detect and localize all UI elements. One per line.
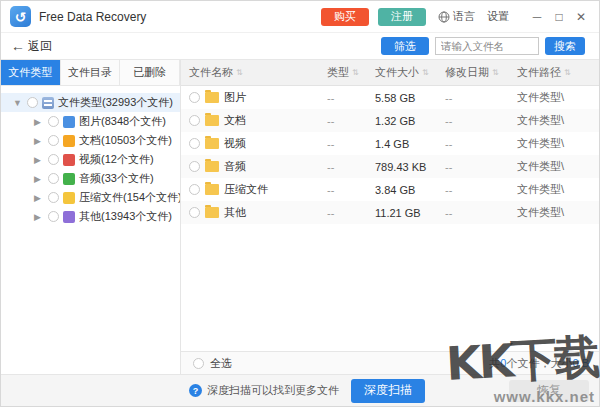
row-radio[interactable] bbox=[189, 207, 200, 218]
table-row[interactable]: 压缩文件 -- 3.84 GB -- 文件类型\ bbox=[181, 178, 599, 201]
tree-item-label: 其他(13943个文件) bbox=[79, 209, 172, 224]
image-type-icon bbox=[63, 116, 75, 128]
selection-status: 共0个文件，大小0 B bbox=[489, 356, 589, 371]
row-radio[interactable] bbox=[189, 92, 200, 103]
back-button[interactable]: ← 返回 bbox=[11, 38, 52, 55]
window-controls: ─ □ ✕ bbox=[523, 10, 589, 24]
archive-type-icon bbox=[63, 192, 75, 204]
caret-down-icon[interactable]: ▼ bbox=[13, 98, 23, 108]
tree-item-radio[interactable] bbox=[48, 154, 59, 165]
table-row[interactable]: 视频 -- 1.4 GB -- 文件类型\ bbox=[181, 132, 599, 155]
status-text: 共 bbox=[489, 357, 500, 369]
file-name: 音频 bbox=[224, 159, 246, 174]
caret-right-icon[interactable]: ▶ bbox=[34, 174, 44, 184]
caret-right-icon[interactable]: ▶ bbox=[34, 117, 44, 127]
file-type: -- bbox=[327, 138, 375, 150]
buy-button[interactable]: 购买 bbox=[321, 8, 369, 26]
file-name: 其他 bbox=[224, 205, 246, 220]
sort-icon[interactable]: ⇅ bbox=[236, 68, 243, 77]
tree-item-archives[interactable]: ▶ 压缩文件(154个文件) bbox=[1, 188, 180, 207]
file-size: 5.58 GB bbox=[375, 92, 445, 104]
tree-root-label: 文件类型(32993个文件) bbox=[58, 95, 173, 110]
table-row[interactable]: 文档 -- 1.32 GB -- 文件类型\ bbox=[181, 109, 599, 132]
audio-type-icon bbox=[63, 173, 75, 185]
column-header-date[interactable]: 修改日期 ⇅ bbox=[445, 65, 517, 80]
sidebar-tabs: 文件类型 文件目录 已删除 bbox=[1, 60, 180, 86]
tree-item-videos[interactable]: ▶ 视频(12个文件) bbox=[1, 150, 180, 169]
tree-item-radio[interactable] bbox=[48, 211, 59, 222]
tab-file-type[interactable]: 文件类型 bbox=[1, 60, 61, 85]
tree-item-radio[interactable] bbox=[48, 173, 59, 184]
search-button[interactable]: 搜索 bbox=[545, 37, 585, 55]
table-header: 文件名称 ⇅ 类型 ⇅ 文件大小 ⇅ 修改日期 ⇅ 文件路径 ⇅ bbox=[181, 60, 599, 86]
sort-icon[interactable]: ⇅ bbox=[422, 68, 429, 77]
file-date: -- bbox=[445, 207, 517, 219]
toolbar: ← 返回 筛选 搜索 bbox=[1, 33, 599, 60]
tree-item-label: 视频(12个文件) bbox=[79, 152, 154, 167]
column-header-size[interactable]: 文件大小 ⇅ bbox=[375, 65, 445, 80]
sort-icon[interactable]: ⇅ bbox=[492, 68, 499, 77]
deep-scan-hint: ? 深度扫描可以找到更多文件 bbox=[189, 383, 339, 398]
language-button[interactable]: 语言 bbox=[438, 9, 475, 24]
app-window: ↺ Free Data Recovery 购买 注册 语言 设置 ─ □ ✕ ←… bbox=[0, 0, 600, 407]
table-row[interactable]: 其他 -- 11.21 GB -- 文件类型\ bbox=[181, 201, 599, 224]
tree-root-file-types[interactable]: ▼ 文件类型(32993个文件) bbox=[1, 93, 180, 112]
close-icon[interactable]: ✕ bbox=[573, 10, 589, 24]
sort-icon[interactable]: ⇅ bbox=[352, 68, 359, 77]
column-header-path[interactable]: 文件路径 ⇅ bbox=[517, 65, 599, 80]
folder-icon bbox=[205, 92, 219, 103]
total-size: 0 B bbox=[572, 357, 589, 369]
file-type-tree: ▼ 文件类型(32993个文件) ▶ 图片(8348个文件) ▶ 文档(1050… bbox=[1, 86, 180, 226]
file-path: 文件类型\ bbox=[517, 113, 599, 128]
column-header-type[interactable]: 类型 ⇅ bbox=[327, 65, 375, 80]
maximize-icon[interactable]: □ bbox=[551, 10, 567, 24]
settings-label: 设置 bbox=[487, 9, 509, 24]
folder-icon bbox=[205, 184, 219, 195]
drive-icon bbox=[42, 97, 54, 109]
tab-file-directory[interactable]: 文件目录 bbox=[61, 60, 121, 85]
file-date: -- bbox=[445, 92, 517, 104]
sidebar: 文件类型 文件目录 已删除 ▼ 文件类型(32993个文件) ▶ 图片(8348… bbox=[1, 60, 181, 374]
filter-button[interactable]: 筛选 bbox=[381, 37, 429, 55]
caret-right-icon[interactable]: ▶ bbox=[34, 136, 44, 146]
row-radio[interactable] bbox=[189, 184, 200, 195]
tree-item-label: 文档(10503个文件) bbox=[79, 133, 172, 148]
minimize-icon[interactable]: ─ bbox=[529, 10, 545, 24]
tree-item-label: 图片(8348个文件) bbox=[79, 114, 166, 129]
table-row[interactable]: 图片 -- 5.58 GB -- 文件类型\ bbox=[181, 86, 599, 109]
tree-item-radio[interactable] bbox=[48, 116, 59, 127]
column-header-name[interactable]: 文件名称 ⇅ bbox=[181, 65, 327, 80]
tree-root-radio[interactable] bbox=[27, 97, 38, 108]
select-all-radio[interactable] bbox=[193, 358, 204, 369]
row-radio[interactable] bbox=[189, 161, 200, 172]
row-radio[interactable] bbox=[189, 115, 200, 126]
file-path: 文件类型\ bbox=[517, 159, 599, 174]
tree-item-radio[interactable] bbox=[48, 135, 59, 146]
status-text: 个文件，大小 bbox=[506, 357, 572, 369]
recover-button[interactable]: 恢复 bbox=[509, 380, 589, 402]
file-name: 压缩文件 bbox=[224, 182, 268, 197]
tree-item-radio[interactable] bbox=[48, 192, 59, 203]
file-size: 11.21 GB bbox=[375, 207, 445, 219]
settings-button[interactable]: 设置 bbox=[487, 9, 509, 24]
question-icon[interactable]: ? bbox=[189, 384, 202, 397]
deep-scan-hint-text: 深度扫描可以找到更多文件 bbox=[207, 383, 339, 398]
sort-icon[interactable]: ⇅ bbox=[564, 68, 571, 77]
column-label: 文件大小 bbox=[375, 65, 419, 80]
caret-right-icon[interactable]: ▶ bbox=[34, 193, 44, 203]
caret-right-icon[interactable]: ▶ bbox=[34, 155, 44, 165]
row-radio[interactable] bbox=[189, 138, 200, 149]
tree-item-images[interactable]: ▶ 图片(8348个文件) bbox=[1, 112, 180, 131]
tree-item-others[interactable]: ▶ 其他(13943个文件) bbox=[1, 207, 180, 226]
caret-right-icon[interactable]: ▶ bbox=[34, 212, 44, 222]
deep-scan-button[interactable]: 深度扫描 bbox=[351, 379, 425, 403]
tree-item-audio[interactable]: ▶ 音频(33个文件) bbox=[1, 169, 180, 188]
folder-icon bbox=[205, 115, 219, 126]
table-row[interactable]: 音频 -- 789.43 KB -- 文件类型\ bbox=[181, 155, 599, 178]
file-size: 1.4 GB bbox=[375, 138, 445, 150]
search-input[interactable] bbox=[435, 37, 539, 55]
tree-item-documents[interactable]: ▶ 文档(10503个文件) bbox=[1, 131, 180, 150]
file-date: -- bbox=[445, 184, 517, 196]
register-button[interactable]: 注册 bbox=[378, 8, 426, 26]
tab-deleted[interactable]: 已删除 bbox=[120, 60, 180, 85]
